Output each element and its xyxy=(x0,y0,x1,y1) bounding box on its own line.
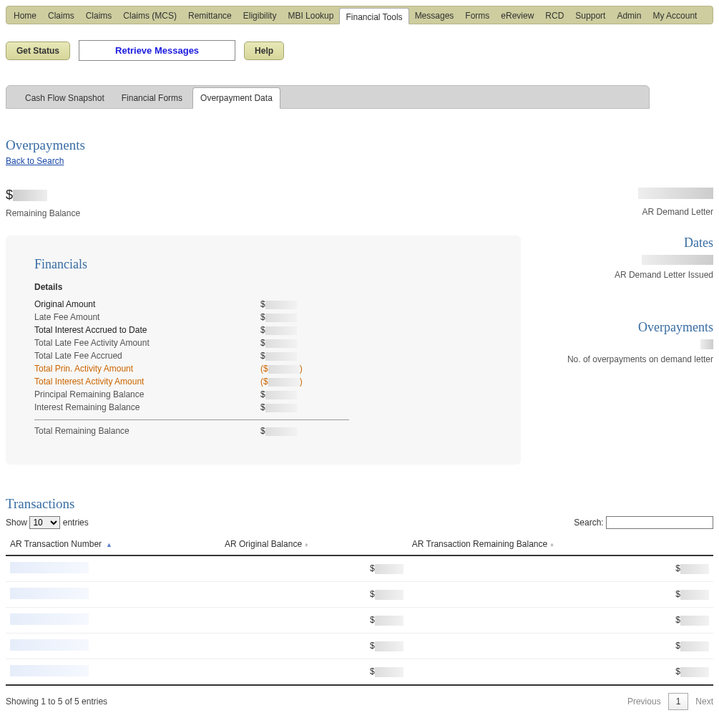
cell-ar-remaining-balance: $ xyxy=(408,555,713,582)
fin-row: Late Fee Amount$ xyxy=(34,312,492,322)
col-ar-original-balance[interactable]: AR Original Balance♦ xyxy=(220,533,408,555)
fin-row-value: $ xyxy=(260,351,297,361)
fin-row: Total Prin. Activity Amount($) xyxy=(34,364,492,374)
nav-item-support[interactable]: Support xyxy=(569,7,611,24)
fin-row-label: Principal Remaining Balance xyxy=(34,389,260,399)
fin-row: Total Interest Activity Amount($) xyxy=(34,377,492,387)
total-remaining-balance-masked xyxy=(265,427,297,436)
transactions-table: AR Transaction NumberAR Original Balance… xyxy=(6,533,713,686)
subtab-financial-forms[interactable]: Financial Forms xyxy=(114,88,190,108)
overpayments-heading: Overpayments xyxy=(6,137,713,153)
remaining-balance-block: $ Remaining Balance xyxy=(6,188,80,218)
show-entries-select[interactable]: 102550100 xyxy=(29,516,60,529)
nav-item-claims-mcs-[interactable]: Claims (MCS) xyxy=(117,7,182,24)
remaining-balance-prefix: $ xyxy=(6,188,13,202)
cell-ar-original-balance: $ xyxy=(220,608,408,634)
fin-row-label: Late Fee Amount xyxy=(34,312,260,322)
retrieve-messages-box[interactable]: Retrieve Messages xyxy=(79,40,235,61)
fin-row-label: Interest Remaining Balance xyxy=(34,402,260,412)
cell-ar-original-balance: $ xyxy=(220,634,408,659)
fin-row-value: $ xyxy=(260,338,297,348)
get-status-button[interactable]: Get Status xyxy=(6,42,70,60)
cell-ar-transaction-number xyxy=(6,634,220,659)
show-label-post: entries xyxy=(63,518,89,528)
remaining-balance-masked xyxy=(13,190,47,201)
table-row: $$ xyxy=(6,659,713,686)
fin-row-value: $ xyxy=(260,325,297,335)
fin-row-value: $ xyxy=(260,389,297,399)
ar-demand-letter-label: AR Demand Letter xyxy=(638,207,713,217)
nav-item-my-account[interactable]: My Account xyxy=(647,7,703,24)
nav-item-rcd[interactable]: RCD xyxy=(539,7,569,24)
fin-row-value: $ xyxy=(260,402,297,412)
nav-item-claims[interactable]: Claims xyxy=(42,7,80,24)
table-info: Showing 1 to 5 of 5 entries xyxy=(6,697,107,707)
show-label-pre: Show xyxy=(6,518,27,528)
col-ar-transaction-number[interactable]: AR Transaction Number xyxy=(6,533,220,555)
pager-next[interactable]: Next xyxy=(695,697,713,707)
search-label: Search: xyxy=(574,518,603,528)
fin-row: Original Amount$ xyxy=(34,299,492,309)
overpayments-side-heading: Overpayments xyxy=(542,320,713,335)
details-heading: Details xyxy=(34,282,492,292)
cell-ar-remaining-balance: $ xyxy=(408,634,713,659)
cell-ar-original-balance: $ xyxy=(220,582,408,608)
nav-item-eligibility[interactable]: Eligibility xyxy=(238,7,283,24)
cell-ar-original-balance: $ xyxy=(220,555,408,582)
search-input[interactable] xyxy=(606,516,713,529)
overpayments-side-sublabel: No. of overpayments on demand letter xyxy=(542,354,713,364)
total-remaining-balance-label: Total Remaining Balance xyxy=(34,426,260,436)
table-row: $$ xyxy=(6,634,713,659)
fin-row-value: $ xyxy=(260,312,297,322)
main-columns: Financials Details Original Amount$Late … xyxy=(6,236,713,465)
pager-previous[interactable]: Previous xyxy=(627,697,661,707)
fin-row-value: $ xyxy=(260,299,297,309)
nav-item-home[interactable]: Home xyxy=(8,7,42,24)
fin-row-label: Total Late Fee Accrued xyxy=(34,351,260,361)
nav-item-admin[interactable]: Admin xyxy=(611,7,647,24)
back-to-search-link[interactable]: Back to Search xyxy=(6,156,64,166)
nav-item-messages[interactable]: Messages xyxy=(409,7,460,24)
cell-ar-transaction-number xyxy=(6,582,220,608)
cell-ar-original-balance: $ xyxy=(220,659,408,686)
search-control: Search: xyxy=(574,516,713,529)
nav-item-mbi-lookup[interactable]: MBI Lookup xyxy=(282,7,339,24)
nav-item-claims[interactable]: Claims xyxy=(80,7,118,24)
total-remaining-balance-prefix: $ xyxy=(260,426,265,436)
table-row: $$ xyxy=(6,555,713,582)
fin-row: Total Late Fee Activity Amount$ xyxy=(34,338,492,348)
help-button[interactable]: Help xyxy=(244,42,284,60)
cell-ar-remaining-balance: $ xyxy=(408,608,713,634)
cell-ar-transaction-number xyxy=(6,555,220,582)
nav-item-ereview[interactable]: eReview xyxy=(495,7,539,24)
fin-row: Total Interest Accrued to Date$ xyxy=(34,325,492,335)
cell-ar-remaining-balance: $ xyxy=(408,659,713,686)
table-controls: Show 102550100 entries Search: xyxy=(6,516,713,529)
cell-ar-transaction-number xyxy=(6,659,220,686)
cell-ar-remaining-balance: $ xyxy=(408,582,713,608)
total-remaining-balance-row: Total Remaining Balance $ xyxy=(34,426,492,436)
pager-page-1[interactable]: 1 xyxy=(668,693,689,710)
fin-row-value: ($) xyxy=(260,377,303,387)
subtab-overpayment-data[interactable]: Overpayment Data xyxy=(192,87,280,109)
fin-row: Principal Remaining Balance$ xyxy=(34,389,492,399)
nav-item-financial-tools[interactable]: Financial Tools xyxy=(339,8,409,24)
fin-row: Interest Remaining Balance$ xyxy=(34,402,492,412)
financials-panel: Financials Details Original Amount$Late … xyxy=(6,236,521,465)
fin-row-label: Total Interest Activity Amount xyxy=(34,377,260,387)
financials-divider xyxy=(34,419,349,420)
subtab-cash-flow-snapshot[interactable]: Cash Flow Snapshot xyxy=(18,88,112,108)
col-ar-transaction-remaining-balance[interactable]: AR Transaction Remaining Balance♦ xyxy=(408,533,713,555)
table-row: $$ xyxy=(6,582,713,608)
right-sidebar: Dates AR Demand Letter Issued Overpaymen… xyxy=(542,236,713,465)
fin-row: Total Late Fee Accrued$ xyxy=(34,351,492,361)
dates-value-masked xyxy=(642,255,713,265)
sub-tabs: Cash Flow SnapshotFinancial FormsOverpay… xyxy=(6,85,650,109)
top-nav: HomeClaimsClaimsClaims (MCS)RemittanceEl… xyxy=(6,6,713,24)
fin-row-label: Total Late Fee Activity Amount xyxy=(34,338,260,348)
nav-item-remittance[interactable]: Remittance xyxy=(182,7,238,24)
dates-heading: Dates xyxy=(542,236,713,251)
show-entries-control: Show 102550100 entries xyxy=(6,516,89,529)
cell-ar-transaction-number xyxy=(6,608,220,634)
nav-item-forms[interactable]: Forms xyxy=(459,7,495,24)
